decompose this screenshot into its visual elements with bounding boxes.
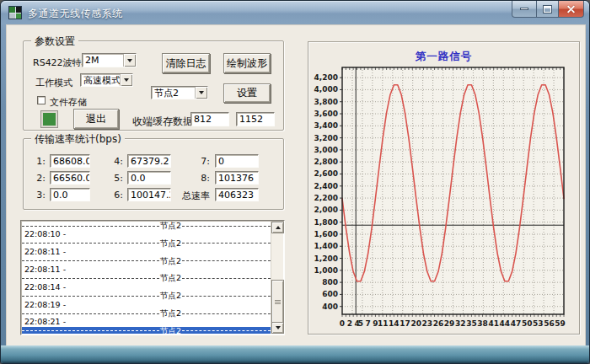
- dash-line: [22, 243, 159, 244]
- log-row-selected[interactable]: 节点2: [22, 327, 271, 334]
- log-row[interactable]: 22:08:10 -: [22, 230, 271, 238]
- draw-wave-button[interactable]: 绘制波形: [223, 53, 271, 73]
- node-combobox[interactable]: 节点2: [151, 86, 208, 99]
- svg-text:3,800: 3,800: [314, 98, 338, 106]
- app-icon-square: [16, 13, 22, 19]
- scroll-up-button[interactable]: [271, 222, 284, 233]
- scroll-down-button[interactable]: [271, 322, 284, 334]
- params-group: 参数设置 RS422波特率 2M 清除日志 绘制波形 工作模式 高速模式 节点2…: [23, 40, 284, 131]
- svg-text:23: 23: [422, 319, 433, 328]
- rate-label: 7:: [157, 156, 210, 167]
- arrow-up-icon: [276, 226, 281, 229]
- work-mode-combo-arrow-icon[interactable]: [120, 74, 132, 86]
- log-row[interactable]: 22:08:11 -: [22, 265, 271, 274]
- svg-text:50: 50: [522, 319, 533, 328]
- minimize-button[interactable]: [512, 1, 537, 18]
- app-icon: [8, 6, 22, 19]
- svg-text:56: 56: [544, 319, 555, 328]
- svg-text:53: 53: [533, 319, 544, 328]
- clear-log-button[interactable]: 清除日志: [162, 53, 210, 73]
- log-node-label: 节点2: [159, 257, 182, 265]
- rate-field[interactable]: 406323: [215, 188, 259, 201]
- svg-text:59: 59: [555, 319, 566, 328]
- rate-field[interactable]: 68608.0: [50, 154, 90, 168]
- status-indicator: [41, 111, 57, 127]
- log-row[interactable]: 22:08:19 -: [22, 301, 271, 309]
- log-row[interactable]: 22:08:14 -: [22, 283, 271, 292]
- rate-label: 总速率: [157, 190, 210, 202]
- file-storage-label: 文件存储: [50, 96, 87, 109]
- dash-line: [22, 278, 159, 279]
- dash-line: [22, 296, 159, 297]
- svg-text:2,800: 2,800: [314, 158, 338, 166]
- log-scrollbar[interactable]: [271, 222, 283, 334]
- svg-text:2: 2: [347, 319, 352, 328]
- svg-text:600: 600: [322, 290, 338, 298]
- svg-text:47: 47: [511, 319, 522, 328]
- chevron-down-icon: [127, 59, 132, 62]
- svg-text:1,800: 1,800: [314, 218, 338, 227]
- log-node-label: 节点2: [159, 327, 182, 334]
- buffer-input-1[interactable]: 812: [190, 112, 229, 126]
- rate-label: 8:: [157, 173, 210, 184]
- svg-text:3,600: 3,600: [314, 110, 338, 118]
- titlebar[interactable]: 多通道无线传感系统: [1, 1, 589, 24]
- svg-text:7: 7: [366, 319, 371, 328]
- rate-field[interactable]: 101376: [215, 171, 259, 185]
- dash-line: [182, 296, 271, 297]
- svg-text:1,400: 1,400: [314, 242, 338, 250]
- svg-text:3,000: 3,000: [314, 146, 338, 154]
- log-node-label: 节点2: [159, 292, 182, 300]
- svg-text:800: 800: [322, 278, 338, 286]
- svg-text:32: 32: [455, 319, 466, 328]
- baud-combo-arrow-icon[interactable]: [123, 54, 136, 67]
- log-row[interactable]: 节点2: [22, 292, 271, 300]
- svg-text:400: 400: [322, 302, 338, 311]
- buffer-label: 收端缓存数据: [132, 115, 193, 129]
- work-mode-combobox[interactable]: 高速模式: [80, 73, 133, 87]
- exit-button[interactable]: 退出: [73, 109, 119, 129]
- baud-combobox[interactable]: 2M: [82, 53, 137, 67]
- work-mode-label: 工作模式: [35, 77, 72, 89]
- svg-text:44: 44: [500, 319, 511, 328]
- dash-line: [22, 260, 159, 261]
- log-node-label: 节点2: [159, 274, 182, 282]
- dash-line: [182, 226, 271, 227]
- svg-text:2,400: 2,400: [314, 182, 338, 190]
- log-node-label: 节点2: [159, 239, 182, 248]
- node-value: 节点2: [152, 87, 195, 99]
- maximize-icon: [544, 6, 551, 13]
- log-row[interactable]: 22:08:11 -: [22, 248, 271, 256]
- file-storage-checkbox[interactable]: [37, 96, 46, 104]
- rate-label: 4:: [91, 156, 123, 167]
- log-row[interactable]: 22:08:21 -: [22, 318, 271, 326]
- rate-field[interactable]: 0: [215, 154, 259, 168]
- log-list: 节点222:08:10 -节点222:08:11 -节点222:08:11 -节…: [22, 222, 271, 334]
- close-icon: [566, 4, 576, 13]
- svg-text:1,000: 1,000: [314, 266, 338, 275]
- svg-text:0: 0: [340, 319, 345, 328]
- log-listbox[interactable]: 节点222:08:10 -节点222:08:11 -节点222:08:11 -节…: [20, 220, 285, 335]
- buffer-input-2[interactable]: 1152: [236, 112, 275, 126]
- settings-button[interactable]: 设置: [223, 83, 271, 103]
- svg-text:20: 20: [410, 319, 421, 328]
- rate-field[interactable]: 66560.0: [50, 171, 90, 185]
- svg-text:41: 41: [488, 319, 499, 328]
- rate-label: 6:: [91, 190, 123, 201]
- baud-value: 2M: [83, 55, 123, 66]
- scrollbar-thumb[interactable]: [271, 280, 284, 324]
- minimize-icon: [520, 8, 528, 10]
- svg-text:11: 11: [378, 319, 389, 328]
- svg-text:5: 5: [358, 319, 363, 328]
- svg-text:17: 17: [400, 319, 410, 328]
- close-button[interactable]: [558, 1, 584, 18]
- work-mode-value: 高速模式: [81, 74, 120, 87]
- node-combo-arrow-icon[interactable]: [195, 87, 207, 99]
- rate-label: 5:: [91, 173, 123, 184]
- window-title: 多通道无线传感系统: [28, 7, 123, 21]
- svg-text:29: 29: [444, 319, 455, 328]
- svg-text:1,600: 1,600: [314, 230, 338, 238]
- dash-line: [182, 260, 271, 261]
- maximize-button[interactable]: [537, 1, 558, 18]
- rate-field[interactable]: 0.0: [50, 188, 90, 201]
